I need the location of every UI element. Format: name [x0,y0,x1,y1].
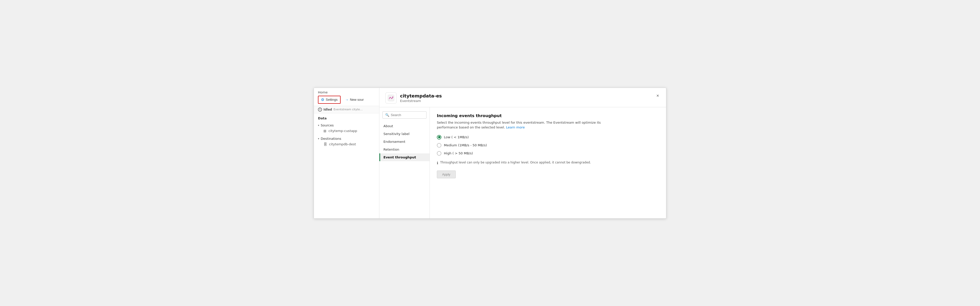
settings-button[interactable]: ⚙ Settings [318,96,340,104]
learn-more-link[interactable]: Learn more [506,125,525,129]
panel-icon-wrap [385,92,396,103]
data-label: Data [318,116,375,120]
sources-group: ▾ Sources ⊞ citytemp-custapp [318,123,375,134]
new-source-button[interactable]: → New sour [343,97,366,103]
arrow-right-icon: → [345,98,348,102]
nav-list: 🔍 About Sensitivity label Endorsement Re… [379,107,430,218]
destinations-group: ▾ Destinations 🗄 citytempdb-dest [318,136,375,147]
content-area: Incoming events throughput Select the in… [430,107,666,218]
main-window: Home ⚙ Settings → New sour i Idled Event… [313,88,667,219]
source-item-custapp[interactable]: ⊞ citytemp-custapp [318,128,375,134]
nav-item-about[interactable]: About [379,122,430,130]
gear-icon: ⚙ [321,97,324,102]
warning-info-icon: ℹ [437,161,438,165]
db-icon: 🗄 [323,142,327,146]
radio-circle-medium [437,143,441,147]
panel-title: citytempdata-es [400,93,442,98]
search-icon: 🔍 [385,113,389,117]
content-desc: Select the incoming events throughput le… [437,120,613,130]
toolbar-row: ⚙ Settings → New sour [318,96,375,104]
nav-item-retention[interactable]: Retention [379,146,430,153]
left-header: Home ⚙ Settings → New sour [314,88,379,106]
destination-item-label: citytempdb-dest [329,142,356,146]
destinations-title: Destinations [321,137,341,141]
panel-header: citytempdata-es Eventstream × [379,88,666,107]
sources-header[interactable]: ▾ Sources [318,123,375,128]
destination-item-db[interactable]: 🗄 citytempdb-dest [318,141,375,147]
close-button[interactable]: × [655,92,660,99]
status-state: Idled [323,108,332,111]
left-panel: Home ⚙ Settings → New sour i Idled Event… [314,88,379,218]
nav-item-sensitivity[interactable]: Sensitivity label [379,130,430,138]
radio-item-medium[interactable]: Medium (1MB/s - 50 MB/s) [437,143,659,147]
radio-label-high: High ( > 50 MB/s) [444,151,473,155]
new-source-label: New sour [350,98,364,101]
nav-item-endorsement[interactable]: Endorsement [379,138,430,146]
warning-text: Throughput level can only be upgraded in… [440,161,591,164]
radio-circle-high [437,151,441,155]
eventstream-icon [387,94,395,101]
radio-item-high[interactable]: High ( > 50 MB/s) [437,151,659,155]
home-label: Home [318,90,375,94]
right-panel: citytempdata-es Eventstream × 🔍 About Se… [379,88,666,218]
nav-item-event-throughput[interactable]: Event throughput [379,153,430,161]
data-section: Data ▾ Sources ⊞ citytemp-custapp ▾ Dest… [314,113,379,149]
sources-title: Sources [321,124,334,127]
settings-label: Settings [326,98,337,101]
status-subtitle: Eventstream citytemp [334,108,364,111]
grid-icon: ⊞ [323,129,326,133]
status-bar: i Idled Eventstream citytemp [314,106,379,113]
content-title: Incoming events throughput [437,113,659,118]
search-input[interactable] [391,113,424,117]
warning-row: ℹ Throughput level can only be upgraded … [437,161,613,165]
radio-label-low: Low ( < 1MB/s) [444,135,469,139]
source-item-label: citytemp-custapp [329,129,357,133]
radio-item-low[interactable]: Low ( < 1MB/s) [437,135,659,140]
panel-title-text: citytempdata-es Eventstream [400,93,442,103]
destinations-chevron-icon: ▾ [318,137,319,140]
search-box[interactable]: 🔍 [382,111,426,119]
radio-group: Low ( < 1MB/s) Medium (1MB/s - 50 MB/s) … [437,135,659,155]
sources-chevron-icon: ▾ [318,124,319,127]
destinations-header[interactable]: ▾ Destinations [318,136,375,141]
panel-subtitle: Eventstream [400,99,442,103]
radio-label-medium: Medium (1MB/s - 50 MB/s) [444,143,487,147]
svg-point-1 [392,97,393,97]
radio-circle-low [437,135,441,140]
apply-button[interactable]: Apply [437,171,456,178]
info-status-icon: i [318,108,322,112]
panel-title-row: citytempdata-es Eventstream [385,92,442,103]
panel-body: 🔍 About Sensitivity label Endorsement Re… [379,107,666,218]
